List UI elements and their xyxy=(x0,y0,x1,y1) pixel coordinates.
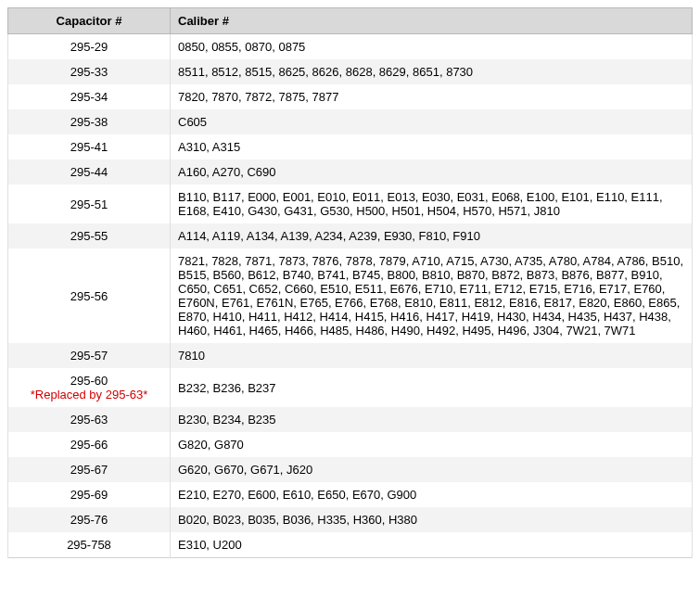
table-row: 295-69E210, E270, E600, E610, E650, E670… xyxy=(8,482,693,507)
table-row: 295-55A114, A119, A134, A139, A234, A239… xyxy=(8,223,693,249)
header-caliber: Caliber # xyxy=(171,8,693,34)
capacitor-number: 295-41 xyxy=(70,140,108,154)
table-row: 295-60*Replaced by 295-63*B232, B236, B2… xyxy=(8,368,693,407)
caliber-cell: E310, U200 xyxy=(171,532,693,558)
capacitor-number: 295-34 xyxy=(70,90,108,104)
table-row: 295-577810 xyxy=(8,343,693,368)
capacitor-number: 295-38 xyxy=(70,115,108,129)
capacitor-cell: 295-60*Replaced by 295-63* xyxy=(8,368,171,407)
caliber-cell: B020, B023, B035, B036, H335, H360, H380 xyxy=(171,507,693,532)
capacitor-number: 295-67 xyxy=(70,463,108,477)
capacitor-number: 295-60 xyxy=(70,374,108,388)
capacitor-cell: 295-57 xyxy=(8,343,171,368)
capacitor-number: 295-76 xyxy=(70,513,108,527)
capacitor-cell: 295-67 xyxy=(8,457,171,482)
table-row: 295-758E310, U200 xyxy=(8,532,693,558)
capacitor-number: 295-57 xyxy=(70,349,108,363)
caliber-cell: E210, E270, E600, E610, E650, E670, G900 xyxy=(171,482,693,507)
capacitor-number: 295-56 xyxy=(70,289,108,303)
caliber-cell: 0850, 0855, 0870, 0875 xyxy=(171,34,693,60)
capacitor-cell: 295-34 xyxy=(8,84,171,109)
capacitor-number: 295-33 xyxy=(70,65,108,79)
caliber-cell: 7820, 7870, 7872, 7875, 7877 xyxy=(171,84,693,109)
caliber-cell: 7810 xyxy=(171,343,693,368)
caliber-cell: B110, B117, E000, E001, E010, E011, E013… xyxy=(171,185,693,223)
caliber-cell: C605 xyxy=(171,109,693,134)
table-row: 295-66G820, G870 xyxy=(8,432,693,457)
capacitor-cell: 295-56 xyxy=(8,249,171,343)
table-row: 295-38C605 xyxy=(8,109,693,134)
capacitor-note: *Replaced by 295-63* xyxy=(16,388,162,401)
capacitor-cell: 295-69 xyxy=(8,482,171,507)
capacitor-number: 295-63 xyxy=(70,413,108,427)
table-row: 295-76B020, B023, B035, B036, H335, H360… xyxy=(8,507,693,532)
capacitor-caliber-table: Capacitor # Caliber # 295-290850, 0855, … xyxy=(7,7,693,558)
table-row: 295-347820, 7870, 7872, 7875, 7877 xyxy=(8,84,693,109)
capacitor-number: 295-55 xyxy=(70,229,108,243)
capacitor-number: 295-66 xyxy=(70,438,108,452)
capacitor-cell: 295-44 xyxy=(8,159,171,185)
capacitor-cell: 295-33 xyxy=(8,59,171,84)
caliber-cell: 7821, 7828, 7871, 7873, 7876, 7878, 7879… xyxy=(171,249,693,343)
table-row: 295-41A310, A315 xyxy=(8,134,693,159)
capacitor-cell: 295-38 xyxy=(8,109,171,134)
caliber-cell: A114, A119, A134, A139, A234, A239, E930… xyxy=(171,223,693,249)
capacitor-cell: 295-76 xyxy=(8,507,171,532)
caliber-cell: A160, A270, C690 xyxy=(171,159,693,185)
capacitor-cell: 295-29 xyxy=(8,34,171,60)
table-row: 295-338511, 8512, 8515, 8625, 8626, 8628… xyxy=(8,59,693,84)
table-row: 295-67G620, G670, G671, J620 xyxy=(8,457,693,482)
caliber-cell: A310, A315 xyxy=(171,134,693,159)
capacitor-number: 295-51 xyxy=(70,198,108,211)
capacitor-number: 295-44 xyxy=(70,165,108,179)
capacitor-number: 295-69 xyxy=(70,488,108,502)
capacitor-cell: 295-66 xyxy=(8,432,171,457)
caliber-cell: B230, B234, B235 xyxy=(171,407,693,432)
capacitor-number: 295-29 xyxy=(70,40,108,54)
capacitor-cell: 295-63 xyxy=(8,407,171,432)
caliber-cell: 8511, 8512, 8515, 8625, 8626, 8628, 8629… xyxy=(171,59,693,84)
caliber-cell: G820, G870 xyxy=(171,432,693,457)
table-row: 295-63B230, B234, B235 xyxy=(8,407,693,432)
capacitor-cell: 295-41 xyxy=(8,134,171,159)
caliber-cell: G620, G670, G671, J620 xyxy=(171,457,693,482)
capacitor-cell: 295-55 xyxy=(8,223,171,249)
header-capacitor: Capacitor # xyxy=(8,8,171,34)
table-row: 295-567821, 7828, 7871, 7873, 7876, 7878… xyxy=(8,249,693,343)
caliber-cell: B232, B236, B237 xyxy=(171,368,693,407)
capacitor-number: 295-758 xyxy=(67,538,111,552)
capacitor-cell: 295-51 xyxy=(8,185,171,223)
capacitor-cell: 295-758 xyxy=(8,532,171,558)
table-row: 295-51B110, B117, E000, E001, E010, E011… xyxy=(8,185,693,223)
table-row: 295-290850, 0855, 0870, 0875 xyxy=(8,34,693,60)
table-row: 295-44A160, A270, C690 xyxy=(8,159,693,185)
